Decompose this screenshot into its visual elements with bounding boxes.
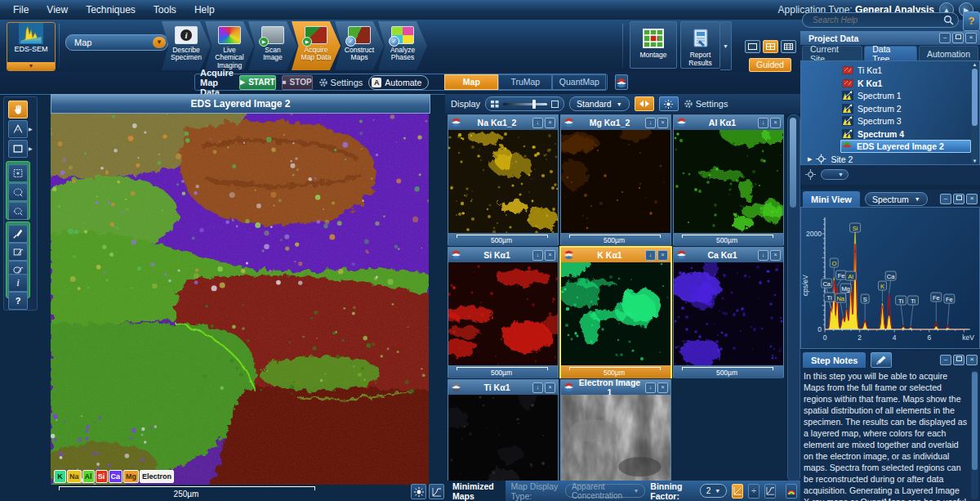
- close-map-icon[interactable]: ×: [657, 118, 668, 128]
- help-button[interactable]: ?: [963, 11, 980, 31]
- tree-item-ti-kα1[interactable]: Ti Kα1: [842, 64, 980, 77]
- menu-view[interactable]: View: [38, 2, 76, 18]
- minimize-icon[interactable]: –: [939, 33, 951, 43]
- map-card-ti-kα1[interactable]: Ti Kα1↓×500µm: [448, 379, 559, 481]
- display-settings-button[interactable]: Settings: [684, 99, 728, 109]
- minimize-map-icon[interactable]: ↓: [532, 250, 543, 261]
- map-card-mg-kα1_2[interactable]: Mg Kα1_2↓×500µm: [560, 114, 671, 245]
- minimize-map-icon[interactable]: ↓: [645, 382, 656, 393]
- legend-chip-al[interactable]: Al: [82, 470, 95, 483]
- reduced-area-ellipse-tool[interactable]: [8, 183, 28, 201]
- stop-button[interactable]: ■STOP: [282, 75, 313, 90]
- eds-sem-app-button[interactable]: EDS-SEM ▼: [7, 22, 56, 71]
- tree-item-spectrum-3[interactable]: Spectrum 3: [842, 114, 980, 127]
- menu-techniques[interactable]: Techniques: [78, 2, 144, 18]
- normalize-button[interactable]: ÷: [748, 484, 760, 499]
- minimize-map-icon[interactable]: ↓: [532, 382, 543, 393]
- tab-current-site[interactable]: Current Site: [802, 46, 862, 60]
- mode-quantmap-button[interactable]: QuantMap: [552, 74, 606, 90]
- spectrum-chart[interactable]: CaTiOFeNaMgAlSiSKCaTiTiFeFe200000246keVc…: [800, 207, 980, 349]
- scrollbar-thumb[interactable]: [790, 118, 796, 208]
- tree-item-spectrum-2[interactable]: Spectrum 2: [842, 102, 980, 115]
- site-dropdown[interactable]: ▼: [821, 169, 849, 180]
- tab-automation[interactable]: Automation: [919, 46, 978, 60]
- edit-notes-button[interactable]: [871, 352, 892, 368]
- expander-icon[interactable]: ▶: [808, 156, 812, 163]
- tree-item-spectrum-1[interactable]: Spectrum 1: [842, 89, 980, 102]
- minimize-map-icon[interactable]: ↓: [758, 250, 768, 261]
- app-switch-arrow-icon[interactable]: ▼: [7, 62, 55, 70]
- technique-dropdown[interactable]: Map ▼: [65, 34, 168, 51]
- close-map-icon[interactable]: ×: [770, 250, 781, 261]
- maps-scrollbar[interactable]: [787, 114, 800, 482]
- close-icon[interactable]: ×: [966, 355, 978, 365]
- minimize-map-icon[interactable]: ↓: [758, 118, 768, 128]
- step-construct-maps[interactable]: ✓Construct Maps: [335, 21, 384, 70]
- display-mode-dropdown[interactable]: Standard▼: [569, 96, 630, 111]
- legend-chip-si[interactable]: Si: [96, 470, 108, 483]
- site-marker-icon[interactable]: [805, 169, 816, 180]
- close-map-icon[interactable]: ×: [545, 250, 555, 261]
- autofit-maps-button[interactable]: [635, 96, 654, 111]
- report-results-dropdown-icon[interactable]: ▼: [720, 21, 732, 70]
- settings-button[interactable]: Settings: [318, 78, 363, 87]
- close-map-icon[interactable]: ×: [545, 118, 555, 128]
- guided-mode-button[interactable]: Guided: [749, 58, 791, 72]
- step-describe-specimen[interactable]: Describe Specimen: [162, 21, 211, 70]
- slider-track[interactable]: [503, 103, 547, 105]
- mode-map-button[interactable]: Map: [444, 74, 498, 90]
- close-map-icon[interactable]: ×: [657, 250, 668, 261]
- menu-tools[interactable]: Tools: [145, 2, 185, 18]
- point-spectrum-tool[interactable]: [8, 225, 28, 243]
- step-acquire-map-data[interactable]: ▶Acquire Map Data: [292, 21, 341, 70]
- minimize-icon[interactable]: –: [940, 194, 951, 204]
- start-button[interactable]: ▶START: [239, 75, 276, 90]
- layout-single-button[interactable]: [745, 40, 760, 53]
- automate-button[interactable]: A Automate: [368, 75, 429, 90]
- close-map-icon[interactable]: ×: [657, 382, 668, 393]
- reduced-area-rect-tool[interactable]: [8, 164, 28, 182]
- minimize-map-icon[interactable]: ↓: [645, 250, 656, 261]
- montage-button[interactable]: Montage: [630, 21, 677, 69]
- linear-scale-button[interactable]: [732, 484, 743, 499]
- close-icon[interactable]: ×: [966, 194, 978, 204]
- brightness-contrast-icon[interactable]: [411, 484, 426, 499]
- map-card-al-kα1[interactable]: Al Kα1↓×500µm: [673, 114, 784, 245]
- menu-help[interactable]: Help: [186, 2, 223, 18]
- step-live-chemical-imaging[interactable]: Live Chemical Imaging: [205, 21, 254, 70]
- colormap-button[interactable]: [786, 484, 797, 499]
- info-button[interactable]: i: [8, 274, 28, 292]
- slider-thumb[interactable]: [532, 100, 536, 109]
- map-card-k-kα1[interactable]: K Kα1↓×500µm: [560, 247, 671, 378]
- gamma-curve-button[interactable]: [764, 484, 776, 499]
- tree-item-eds-layered-image-2[interactable]: EDS Layered Image 2: [840, 140, 971, 153]
- notes-scrollbar[interactable]: [971, 370, 978, 499]
- layered-maps-button[interactable]: [615, 74, 628, 90]
- binning-factor-dropdown[interactable]: 2▼: [700, 484, 728, 498]
- layout-split-button[interactable]: [763, 40, 778, 53]
- close-map-icon[interactable]: ×: [770, 118, 781, 128]
- pan-tool[interactable]: [8, 101, 28, 119]
- legend-chip-electron[interactable]: Electron: [140, 470, 174, 483]
- step-scan-image[interactable]: ▶Scan Image: [248, 21, 297, 70]
- report-results-button[interactable]: Report Results: [680, 21, 720, 69]
- rect-spectrum-tool[interactable]: [8, 243, 28, 261]
- legend-chip-na[interactable]: Na: [67, 470, 82, 483]
- close-map-icon[interactable]: ×: [545, 382, 555, 393]
- measure-tool[interactable]: [8, 120, 28, 138]
- tree-item-site-2[interactable]: ▶Site 2: [808, 153, 976, 166]
- brightness-button[interactable]: [659, 96, 679, 111]
- map-card-electron-image-1[interactable]: Electron Image 1↓×500µm: [560, 379, 671, 481]
- search-help-input[interactable]: [811, 15, 943, 25]
- minimized-maps-tab[interactable]: Minimized Maps: [445, 481, 506, 501]
- tree-item-spectrum-4[interactable]: Spectrum 4: [842, 127, 980, 141]
- layout-grid-button[interactable]: [781, 40, 796, 53]
- step-notes-tab[interactable]: Step Notes: [803, 352, 866, 368]
- minimize-map-icon[interactable]: ↓: [532, 118, 543, 128]
- measure-tool-flyout-icon[interactable]: ▶: [29, 126, 33, 132]
- search-icon[interactable]: [943, 15, 954, 25]
- mini-view-tab[interactable]: Mini View: [803, 191, 860, 207]
- map-card-ca-kα1[interactable]: Ca Kα1↓×500µm: [673, 247, 784, 378]
- reduced-area-freehand-tool[interactable]: [8, 202, 28, 220]
- mini-view-source-dropdown[interactable]: Spectrum▼: [865, 192, 928, 206]
